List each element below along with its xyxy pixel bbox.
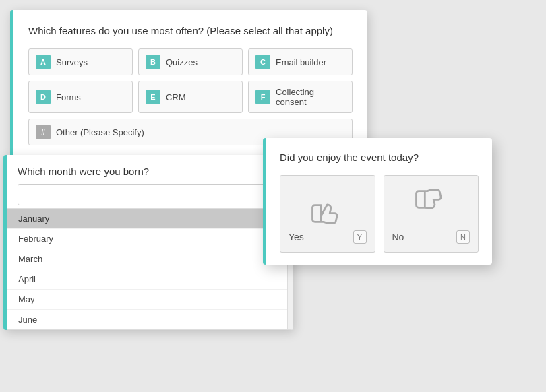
option-text: Surveys xyxy=(56,57,88,67)
dropdown-list-item[interactable]: May xyxy=(7,290,293,310)
option-letter: F xyxy=(255,90,270,104)
dropdown-list-item[interactable]: April xyxy=(7,269,293,290)
thumbs-down-icon xyxy=(413,188,450,225)
dropdown-list-container: JanuaryFebruaryMarchAprilMayJune xyxy=(7,208,293,330)
thumbs-up-icon xyxy=(309,188,346,225)
card-yes-no: Did you enjoy the event today? Yes Y No … xyxy=(263,138,492,265)
option-text: Quizzes xyxy=(166,57,198,67)
option-text: Email builder xyxy=(276,57,326,67)
option-item[interactable]: A Surveys xyxy=(28,48,133,75)
card-dropdown: Which month were you born? JanuaryFebrua… xyxy=(3,155,293,330)
option-text: CRM xyxy=(166,92,186,102)
option-item[interactable]: B Quizzes xyxy=(138,48,243,75)
option-letter: B xyxy=(146,55,160,69)
option-letter: C xyxy=(255,55,270,69)
no-label-row: No N xyxy=(392,230,471,244)
option-item[interactable]: C Email builder xyxy=(248,48,353,75)
yes-no-question: Did you enjoy the event today? xyxy=(280,152,479,163)
option-item[interactable]: D Forms xyxy=(28,81,133,113)
scene: Which features do you use most often? (P… xyxy=(0,0,546,392)
other-option-text: Other (Please Specify) xyxy=(56,127,144,137)
option-hash-letter: # xyxy=(36,125,51,139)
yes-label: Yes xyxy=(289,232,304,242)
yes-key: Y xyxy=(353,230,367,244)
multiple-choice-question: Which features do you use most often? (P… xyxy=(28,25,353,36)
yesno-options: Yes Y No N xyxy=(280,175,479,253)
option-text: Forms xyxy=(56,92,81,102)
dropdown-list-item[interactable]: March xyxy=(7,249,293,269)
card-multiple-choice: Which features do you use most often? (P… xyxy=(10,10,367,158)
option-item[interactable]: F Collecting consent xyxy=(248,81,353,113)
dropdown-list-item[interactable]: June xyxy=(7,310,293,329)
dropdown-list-item[interactable]: January xyxy=(7,209,293,229)
dropdown-question: Which month were you born? xyxy=(7,155,293,184)
dropdown-month-list: JanuaryFebruaryMarchAprilMayJune xyxy=(7,209,293,329)
option-text: Collecting consent xyxy=(276,87,345,107)
no-label: No xyxy=(392,232,404,242)
dropdown-input-field[interactable] xyxy=(18,184,282,205)
no-key: N xyxy=(456,230,470,244)
options-grid: A SurveysB QuizzesC Email builderD Forms… xyxy=(28,48,353,145)
dropdown-list-item[interactable]: February xyxy=(7,229,293,249)
yes-option[interactable]: Yes Y xyxy=(280,175,375,253)
option-letter: E xyxy=(146,90,160,104)
option-letter: D xyxy=(36,90,51,104)
yes-label-row: Yes Y xyxy=(289,230,367,244)
no-option[interactable]: No N xyxy=(384,175,479,253)
option-letter: A xyxy=(36,55,51,69)
option-item[interactable]: E CRM xyxy=(138,81,243,113)
